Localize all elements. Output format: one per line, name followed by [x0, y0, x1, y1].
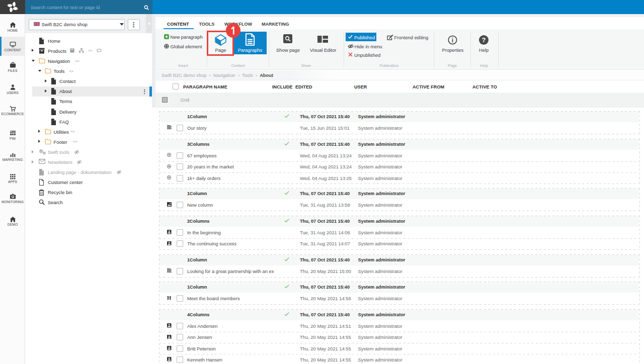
- svg-text:?: ?: [482, 36, 486, 44]
